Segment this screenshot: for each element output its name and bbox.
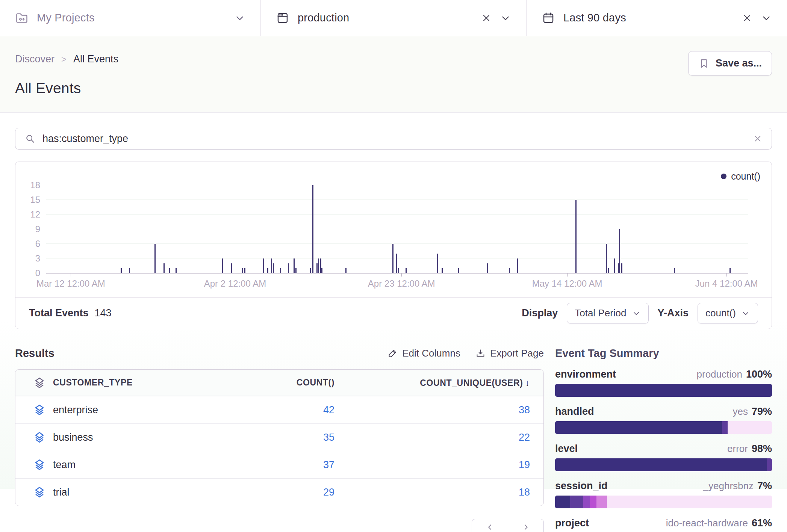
display-select[interactable]: Total Period xyxy=(567,303,648,323)
layers-icon[interactable] xyxy=(26,431,53,444)
chart-bar xyxy=(396,254,397,273)
export-page-button[interactable]: Export Page xyxy=(475,348,544,359)
cell-unique-link[interactable]: 19 xyxy=(334,459,530,471)
chart-legend[interactable]: count() xyxy=(721,171,760,182)
chart-bar xyxy=(517,258,518,273)
environment-selector[interactable]: production xyxy=(260,0,526,36)
cell-customer-type: enterprise xyxy=(53,404,244,416)
tag-bar-segment xyxy=(555,384,772,397)
next-page-button[interactable] xyxy=(508,519,544,532)
search-input[interactable] xyxy=(42,133,753,145)
cell-count-link[interactable]: 35 xyxy=(244,432,334,443)
x-axis-tick-label: Jun 4 12:00 AM xyxy=(695,278,758,289)
chevron-down-icon[interactable] xyxy=(500,12,511,24)
projects-folder-icon xyxy=(15,11,29,25)
clear-search-icon[interactable] xyxy=(753,134,763,144)
tag-summary-row: session_id_yeghrsbnz7% xyxy=(555,480,772,508)
y-axis-tick-label: 3 xyxy=(35,253,40,264)
save-as-button[interactable]: Save as... xyxy=(688,51,772,76)
layers-icon xyxy=(26,376,53,389)
clear-date-range-icon[interactable] xyxy=(742,13,752,23)
x-axis-tick-label: Mar 12 12:00 AM xyxy=(36,278,105,289)
tag-bar-segment xyxy=(728,421,772,434)
column-header-count[interactable]: COUNT() xyxy=(244,378,334,388)
x-axis-line xyxy=(46,273,748,274)
chart-bar xyxy=(487,263,488,273)
cell-count-link[interactable]: 37 xyxy=(244,459,334,471)
y-axis-tick-label: 15 xyxy=(30,195,40,205)
tag-key: handled xyxy=(555,406,594,417)
pencil-icon xyxy=(387,348,398,358)
cell-count-link[interactable]: 42 xyxy=(244,404,334,416)
tag-top-value: production xyxy=(697,369,742,380)
chart-bar xyxy=(729,268,731,273)
column-header-count-unique[interactable]: COUNT_UNIQUE(USER)↓ xyxy=(334,378,530,388)
chevron-down-icon[interactable] xyxy=(234,12,245,24)
tag-summary-row: handledyes79% xyxy=(555,406,772,434)
cell-customer-type: business xyxy=(53,432,244,443)
layers-icon[interactable] xyxy=(26,458,53,471)
chart-bar xyxy=(618,263,619,273)
chart-bar xyxy=(129,268,130,273)
tag-top-percent: 100% xyxy=(746,369,772,380)
pagination xyxy=(15,519,544,532)
tag-distribution-bar[interactable] xyxy=(555,384,772,397)
gridline xyxy=(46,185,748,185)
chart-bar xyxy=(509,268,510,273)
tag-summary-row: levelerror98% xyxy=(555,443,772,471)
chart-bar xyxy=(621,263,622,273)
cell-unique-link[interactable]: 22 xyxy=(334,432,530,443)
tag-bar-segment xyxy=(583,496,590,508)
chart-bar xyxy=(294,258,295,273)
date-range-selector[interactable]: Last 90 days xyxy=(526,0,787,36)
layers-icon[interactable] xyxy=(26,486,53,499)
tag-distribution-bar[interactable] xyxy=(555,458,772,471)
previous-page-button[interactable] xyxy=(472,519,508,532)
chart-bar xyxy=(121,268,122,273)
layers-icon[interactable] xyxy=(26,404,53,416)
tag-top-value: error xyxy=(727,443,748,455)
page-title: All Events xyxy=(15,80,772,97)
tag-top-percent: 98% xyxy=(752,443,772,455)
x-axis-tick xyxy=(567,273,568,277)
cell-unique-link[interactable]: 18 xyxy=(334,487,530,498)
project-selector[interactable]: My Projects xyxy=(0,0,260,36)
tag-distribution-bar[interactable] xyxy=(555,421,772,434)
column-header-customer-type[interactable]: CUSTOMER_TYPE xyxy=(53,378,244,388)
events-chart[interactable]: count() 0369121518Mar 12 12:00 AMApr 2 1… xyxy=(15,162,772,297)
top-filter-bar: My Projects production xyxy=(0,0,787,36)
edit-columns-button[interactable]: Edit Columns xyxy=(387,348,460,359)
cell-customer-type: trial xyxy=(53,487,244,498)
breadcrumb-discover-link[interactable]: Discover xyxy=(15,53,54,65)
chart-bar xyxy=(321,268,322,273)
yaxis-select[interactable]: count() xyxy=(698,303,758,323)
results-header: Results Edit Columns Export Page xyxy=(15,347,544,360)
gridline xyxy=(46,214,748,215)
chart-bar xyxy=(163,263,165,273)
clear-environment-icon[interactable] xyxy=(481,13,492,23)
chart-bar xyxy=(273,263,274,273)
environment-window-icon xyxy=(276,11,289,25)
tag-bar-segment xyxy=(722,421,727,434)
chart-bar xyxy=(271,258,272,273)
tag-summary-row: environmentproduction100% xyxy=(555,369,772,397)
events-chart-panel: count() 0369121518Mar 12 12:00 AMApr 2 1… xyxy=(15,162,772,329)
environment-selector-label: production xyxy=(298,12,349,24)
sort-desc-icon: ↓ xyxy=(525,378,530,388)
chevron-down-icon[interactable] xyxy=(761,12,772,24)
chart-bar xyxy=(316,263,318,273)
tag-distribution-bar[interactable] xyxy=(555,496,772,508)
cell-count-link[interactable]: 29 xyxy=(244,487,334,498)
tag-summary-title: Event Tag Summary xyxy=(555,347,772,360)
export-page-label: Export Page xyxy=(490,348,544,359)
tag-bar-segment xyxy=(555,458,767,471)
table-row: business 35 22 xyxy=(15,423,543,451)
cell-unique-link[interactable]: 38 xyxy=(334,404,530,416)
total-events-label: Total Events xyxy=(29,307,89,319)
y-axis-tick-label: 18 xyxy=(30,180,40,190)
chart-bar xyxy=(345,268,347,273)
chevron-right-icon xyxy=(521,523,530,532)
table-row: trial 29 18 xyxy=(15,478,543,506)
chart-bar xyxy=(614,258,615,273)
search-icon xyxy=(24,133,36,144)
